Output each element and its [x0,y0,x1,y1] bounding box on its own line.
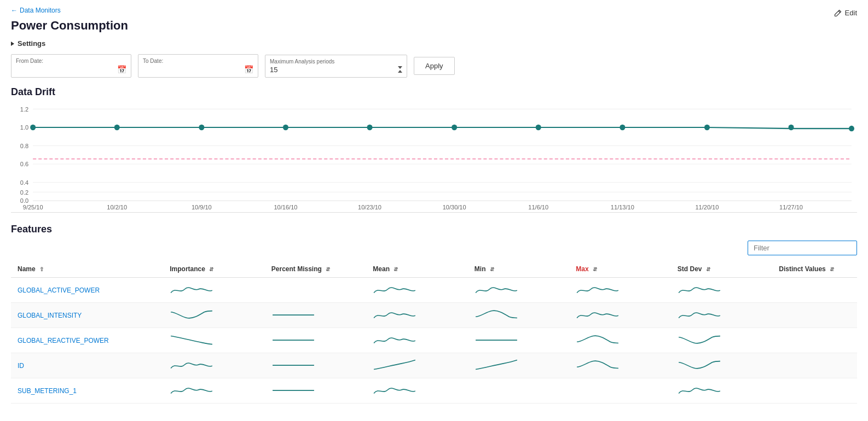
to-date-field: To Date: 11/27/10 02:32:00 AM 📅 [138,54,258,78]
svg-point-25 [849,126,854,131]
settings-section: Settings From Date: 09/18/10 02:32:00 AM… [11,39,857,78]
to-date-input[interactable]: 11/27/10 02:32:00 AM [143,66,230,74]
feature-stddev-cell [671,328,773,353]
feature-mean-cell [366,303,468,328]
feature-name-cell: GLOBAL_INTENSITY [11,303,163,328]
sort-max-icon: ⇵ [593,266,597,272]
analysis-arrows[interactable] [398,66,402,73]
col-header-mean[interactable]: Mean ⇵ [366,261,468,278]
svg-point-19 [367,125,373,130]
from-date-input[interactable]: 09/18/10 02:32:00 AM [16,66,103,74]
drift-chart-svg: 1.2 1.0 0.8 0.6 0.4 0.2 0.0 [11,103,857,212]
table-header-row: Name ⇧ Importance ⇵ Percent Missing ⇵ Me… [11,261,857,278]
col-header-importance[interactable]: Importance ⇵ [163,261,265,278]
data-drift-chart: 1.2 1.0 0.8 0.6 0.4 0.2 0.0 [11,103,857,213]
feature-min-cell [468,278,570,303]
svg-text:11/13/10: 11/13/10 [611,204,634,210]
feature-importance-cell [163,303,265,328]
edit-icon [834,9,842,17]
feature-min-cell [468,303,570,328]
feature-min-cell [468,328,570,353]
edit-button[interactable]: Edit [834,9,857,17]
feature-mean-cell [366,278,468,303]
to-date-label: To Date: [143,58,253,64]
table-row: GLOBAL_ACTIVE_POWER [11,278,857,303]
feature-distinct-cell [772,328,857,353]
back-link-label: Data Monitors [20,7,61,14]
chevron-right-icon [11,42,14,46]
col-header-percent-missing[interactable]: Percent Missing ⇵ [265,261,367,278]
col-header-name[interactable]: Name ⇧ [11,261,163,278]
feature-max-cell [569,303,671,328]
feature-name-link[interactable]: SUB_METERING_1 [18,387,77,395]
feature-name-cell: SUB_METERING_1 [11,378,163,404]
sort-min-icon: ⇵ [490,266,494,272]
feature-stddev-cell [671,278,773,303]
feature-min-cell [468,353,570,378]
feature-distinct-cell [772,353,857,378]
svg-text:11/6/10: 11/6/10 [528,204,548,210]
sort-importance-icon: ⇵ [209,266,213,272]
sort-stddev-icon: ⇵ [706,266,710,272]
analysis-periods-field: Maximum Analysis periods 15 [265,55,407,78]
feature-distinct-cell [772,278,857,303]
analysis-down-arrow-icon[interactable] [398,66,402,69]
settings-controls: From Date: 09/18/10 02:32:00 AM 📅 To Dat… [11,54,857,78]
feature-percent-cell [265,278,367,303]
svg-point-15 [30,125,36,130]
feature-stddev-cell [671,303,773,328]
feature-distinct-cell [772,378,857,404]
analysis-periods-label: Maximum Analysis periods [270,59,402,65]
feature-name-link[interactable]: GLOBAL_REACTIVE_POWER [18,337,109,344]
settings-label: Settings [18,39,45,48]
sort-name-icon: ⇧ [39,266,44,272]
feature-name-link[interactable]: GLOBAL_ACTIVE_POWER [18,286,100,294]
feature-percent-cell [265,303,367,328]
feature-importance-cell [163,353,265,378]
feature-name-cell: GLOBAL_ACTIVE_POWER [11,278,163,303]
from-date-calendar-icon[interactable]: 📅 [117,65,126,74]
svg-text:0.6: 0.6 [20,161,28,167]
back-arrow-icon: ← [11,7,18,14]
svg-text:0.4: 0.4 [20,179,28,186]
svg-text:1.2: 1.2 [20,106,28,112]
table-row: GLOBAL_REACTIVE_POWER [11,328,857,353]
feature-stddev-cell [671,378,773,404]
svg-text:9/25/10: 9/25/10 [23,204,43,210]
filter-input[interactable] [748,241,857,255]
svg-point-21 [536,125,541,130]
table-row: SUB_METERING_1 [11,378,857,404]
svg-text:0.2: 0.2 [20,189,28,195]
svg-point-24 [789,125,794,130]
svg-point-20 [452,125,457,130]
col-header-distinct-values[interactable]: Distinct Values ⇵ [772,261,857,278]
svg-point-17 [199,125,204,130]
col-header-min[interactable]: Min ⇵ [468,261,570,278]
svg-text:10/30/10: 10/30/10 [443,204,466,210]
features-title: Features [11,224,857,235]
sort-distinct-icon: ⇵ [830,266,834,272]
svg-point-18 [283,125,288,130]
col-header-max[interactable]: Max ⇵ [569,261,671,278]
feature-min-cell [468,378,570,404]
feature-max-cell [569,378,671,404]
feature-importance-cell [163,378,265,404]
sort-percent-icon: ⇵ [326,266,330,272]
svg-point-22 [620,125,625,130]
feature-mean-cell [366,378,468,404]
settings-toggle[interactable]: Settings [11,39,857,48]
analysis-up-arrow-icon[interactable] [398,70,402,73]
back-link[interactable]: ← Data Monitors [11,7,857,14]
col-header-stddev[interactable]: Std Dev ⇵ [671,261,773,278]
apply-button[interactable]: Apply [414,57,455,75]
svg-text:0.0: 0.0 [20,197,28,204]
features-section: Features Name ⇧ Importance ⇵ Percent Mis… [11,224,857,404]
svg-text:1.0: 1.0 [20,124,28,131]
to-date-calendar-icon[interactable]: 📅 [244,65,253,74]
feature-percent-cell [265,328,367,353]
feature-distinct-cell [772,303,857,328]
feature-max-cell [569,278,671,303]
feature-name-link[interactable]: GLOBAL_INTENSITY [18,312,82,319]
feature-importance-cell [163,278,265,303]
feature-name-link[interactable]: ID [18,362,24,370]
